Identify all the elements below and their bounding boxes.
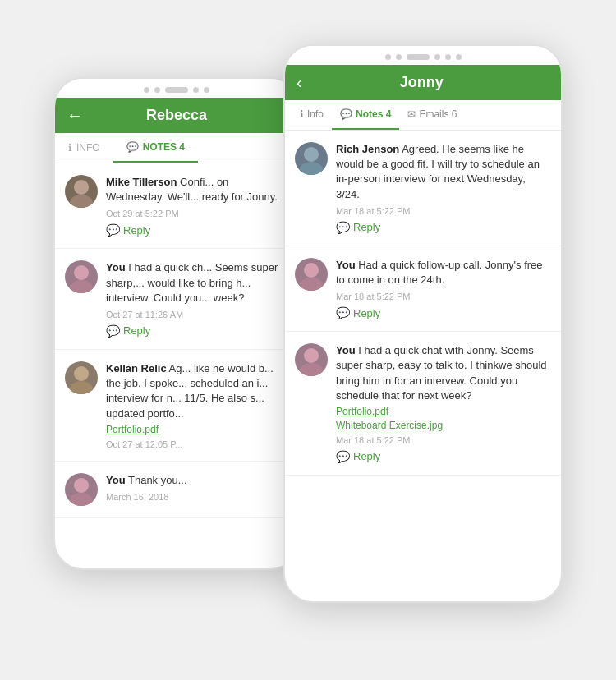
reply-button-f1[interactable]: 💬 Reply	[336, 221, 551, 234]
avatar	[65, 260, 98, 293]
note-text-f3: You I had a quick chat with Jonny. Seems…	[336, 343, 551, 403]
front-phone-tabs: ℹ Info 💬 Notes 4 ✉ Emails 6	[285, 100, 561, 131]
note-content-4: You Thank you... March 16, 2018	[106, 473, 288, 506]
dot1	[144, 87, 149, 93]
note-timestamp-f3: Mar 18 at 5:22 PM	[336, 435, 551, 445]
note-timestamp-f2: Mar 18 at 5:22 PM	[336, 292, 551, 301]
reply-button-f3[interactable]: 💬 Reply	[336, 450, 551, 463]
svg-point-11	[300, 278, 323, 291]
avatar	[295, 343, 328, 376]
dot-f4	[445, 54, 451, 60]
table-row: Kellan Relic Ag... like he would b... th…	[55, 350, 298, 462]
back-phone-header: ← Rebecca	[55, 98, 298, 133]
info-tab-icon: ℹ	[300, 108, 304, 120]
svg-point-13	[300, 363, 323, 376]
dot4	[204, 87, 209, 93]
note-content-f1: Rich Jenson Agreed. He seems like he wou…	[336, 142, 551, 234]
reply-icon-f3: 💬	[336, 450, 350, 463]
note-author-f3: You	[336, 344, 356, 356]
back-phone-title: Rebecca	[67, 107, 287, 124]
dot2	[154, 87, 160, 93]
note-author-4: You	[106, 474, 126, 486]
back-phone-notes-list: Mike Tillerson Confi... on Wednesday. We…	[55, 163, 298, 570]
attachment-link-f2[interactable]: Whiteboard Exercise.jpg	[336, 420, 551, 431]
tab-emails-front[interactable]: ✉ Emails 6	[399, 100, 465, 130]
phone-front-top-bar	[285, 46, 561, 65]
note-author-1: Mike Tillerson	[106, 176, 177, 188]
note-body-4: Thank you...	[128, 474, 187, 486]
dot-f1	[385, 54, 391, 60]
svg-point-1	[70, 195, 93, 208]
svg-point-6	[74, 478, 89, 493]
notes-tab-icon: 💬	[340, 108, 352, 120]
svg-point-10	[304, 263, 319, 278]
reply-button-1[interactable]: 💬 Reply	[106, 223, 288, 237]
info-icon: ℹ	[68, 142, 72, 154]
note-timestamp-4: March 16, 2018	[106, 492, 288, 502]
reply-icon-1: 💬	[106, 223, 120, 237]
front-phone-content: ℹ Info 💬 Notes 4 ✉ Emails 6	[285, 100, 561, 603]
speaker-front	[407, 54, 430, 60]
note-author-f1: Rich Jenson	[336, 143, 399, 155]
svg-point-0	[74, 180, 89, 195]
svg-point-9	[300, 162, 323, 175]
svg-point-2	[74, 265, 89, 280]
svg-point-5	[70, 381, 93, 394]
note-text-f1: Rich Jenson Agreed. He seems like he wou…	[336, 142, 551, 202]
table-row: You I had a quick chat with Jonny. Seems…	[285, 332, 561, 476]
note-content-3: Kellan Relic Ag... like he would b... th…	[106, 361, 288, 449]
phone-back: ← Rebecca ℹ INFO 💬 NOTES 4	[53, 77, 300, 570]
svg-point-12	[304, 348, 319, 363]
table-row: You Had a quick follow-up call. Jonny's …	[285, 246, 561, 332]
note-timestamp-1: Oct 29 at 5:22 PM	[106, 209, 288, 218]
tab-info-front[interactable]: ℹ Info	[292, 100, 332, 130]
phones-container: ← Rebecca ℹ INFO 💬 NOTES 4	[53, 28, 563, 652]
table-row: Mike Tillerson Confi... on Wednesday. We…	[55, 163, 298, 249]
avatar	[65, 361, 98, 394]
note-timestamp-3: Oct 27 at 12:05 P...	[106, 439, 288, 449]
table-row: You Thank you... March 16, 2018	[55, 462, 298, 518]
note-body-f3: I had a quick chat with Jonny. Seems sup…	[336, 344, 547, 402]
note-content-f3: You I had a quick chat with Jonny. Seems…	[336, 343, 551, 463]
back-phone-tabs: ℹ INFO 💬 NOTES 4	[55, 133, 298, 163]
tab-info-back[interactable]: ℹ INFO	[55, 133, 113, 163]
dot-f5	[456, 54, 462, 60]
note-author-3: Kellan Relic	[106, 362, 167, 374]
attachment-link-f1[interactable]: Portfolio.pdf	[336, 406, 551, 417]
note-text-2: You I had a quick ch... Seems super shar…	[106, 260, 288, 306]
avatar	[295, 142, 328, 175]
table-row: Rich Jenson Agreed. He seems like he wou…	[285, 131, 561, 246]
svg-point-4	[74, 366, 89, 381]
speaker	[165, 87, 188, 93]
note-content-f2: You Had a quick follow-up call. Jonny's …	[336, 258, 551, 319]
front-phone-notes-list: Rich Jenson Agreed. He seems like he wou…	[285, 131, 561, 603]
reply-icon-f1: 💬	[336, 221, 350, 234]
tab-notes-back[interactable]: 💬 NOTES 4	[113, 133, 198, 163]
svg-point-7	[70, 493, 93, 506]
reply-button-f2[interactable]: 💬 Reply	[336, 306, 551, 319]
svg-point-8	[304, 147, 319, 162]
attachment-link-1[interactable]: Portfolio.pdf	[106, 424, 288, 435]
dot-f2	[396, 54, 402, 60]
note-text-1: Mike Tillerson Confi... on Wednesday. We…	[106, 175, 288, 204]
dot-f3	[434, 54, 440, 60]
back-phone-content: ℹ INFO 💬 NOTES 4 Mike Tiller	[55, 133, 298, 570]
dot3	[193, 87, 199, 93]
avatar	[295, 258, 328, 291]
back-arrow-front-icon[interactable]: ‹	[297, 73, 302, 92]
reply-icon-f2: 💬	[336, 306, 350, 319]
note-body-2: I had a quick ch... Seems super sharp,..…	[106, 261, 278, 303]
avatar	[65, 473, 98, 506]
note-text-f2: You Had a quick follow-up call. Jonny's …	[336, 258, 551, 287]
note-content-1: Mike Tillerson Confi... on Wednesday. We…	[106, 175, 288, 237]
phone-front: ‹ Jonny ℹ Info 💬 Notes 4 ✉ Emails 6	[283, 44, 563, 603]
front-phone-title: Jonny	[310, 74, 533, 91]
emails-tab-icon: ✉	[407, 108, 416, 120]
note-author-2: You	[106, 261, 126, 273]
note-text-4: You Thank you...	[106, 473, 288, 488]
notes-icon-back: 💬	[126, 141, 139, 153]
reply-button-2[interactable]: 💬 Reply	[106, 324, 288, 338]
tab-notes-front[interactable]: 💬 Notes 4	[332, 100, 399, 130]
phone-back-top-bar	[55, 79, 298, 98]
note-author-f2: You	[336, 259, 356, 271]
